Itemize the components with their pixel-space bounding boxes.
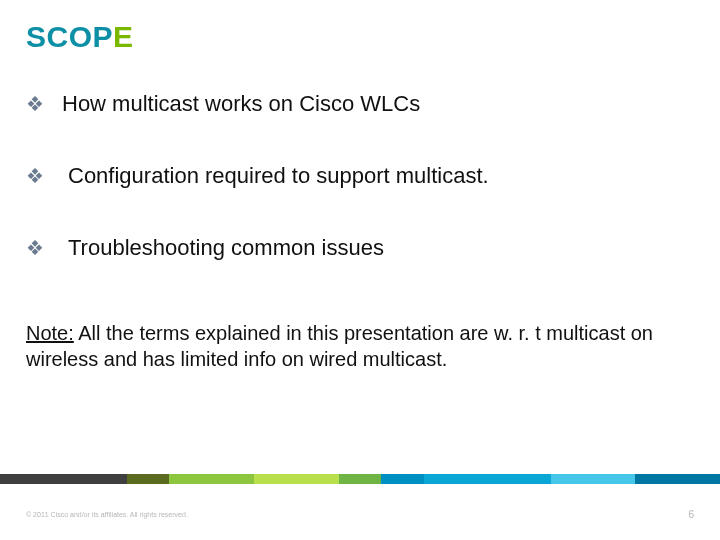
- list-item: ❖ Troubleshooting common issues: [26, 234, 690, 262]
- slide-footer: © 2011 Cisco and/or its affiliates. All …: [26, 509, 694, 520]
- note-label: Note:: [26, 322, 74, 344]
- bullet-text: How multicast works on Cisco WLCs: [62, 90, 420, 118]
- list-item: ❖ Configuration required to support mult…: [26, 162, 690, 190]
- copyright-text: © 2011 Cisco and/or its affiliates. All …: [26, 511, 188, 518]
- page-number: 6: [688, 509, 694, 520]
- diamond-bullet-icon: ❖: [26, 90, 44, 118]
- title-accent: E: [113, 20, 134, 53]
- diamond-bullet-icon: ❖: [26, 234, 44, 262]
- decorative-stripe: [0, 474, 720, 484]
- note-text: All the terms explained in this presenta…: [26, 322, 653, 370]
- title-main: SCOP: [26, 20, 113, 53]
- list-item: ❖ How multicast works on Cisco WLCs: [26, 90, 690, 118]
- bullet-text: Troubleshooting common issues: [68, 234, 384, 262]
- slide-title: SCOPE: [26, 20, 134, 54]
- bullet-list: ❖ How multicast works on Cisco WLCs ❖ Co…: [26, 90, 690, 306]
- bullet-text: Configuration required to support multic…: [68, 162, 489, 190]
- diamond-bullet-icon: ❖: [26, 162, 44, 190]
- note-paragraph: Note: All the terms explained in this pr…: [26, 320, 690, 372]
